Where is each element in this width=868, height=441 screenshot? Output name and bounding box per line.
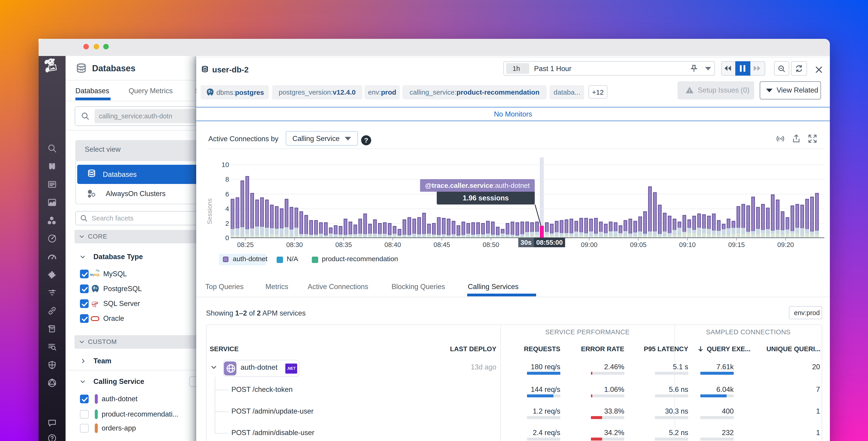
svg-text:09:10: 09:10 <box>679 241 696 248</box>
svg-text:8: 8 <box>225 175 229 183</box>
svg-text:4: 4 <box>225 205 229 212</box>
svg-text:08:40: 08:40 <box>384 241 401 248</box>
svg-text:My: My <box>90 273 94 276</box>
svg-text:SQL.: SQL. <box>94 273 100 276</box>
svg-text:10: 10 <box>222 161 229 168</box>
svg-text:09:00: 09:00 <box>581 241 597 248</box>
svg-text:Sessions: Sessions <box>206 198 213 225</box>
svg-text:0: 0 <box>225 234 229 241</box>
svg-text:08:50: 08:50 <box>483 241 499 248</box>
svg-text:09:05: 09:05 <box>630 241 647 248</box>
svg-text:08:45: 08:45 <box>434 241 450 248</box>
svg-text:2: 2 <box>225 219 229 227</box>
svg-text:08:35: 08:35 <box>335 241 352 248</box>
svg-text:6: 6 <box>225 190 229 198</box>
svg-text:08:25: 08:25 <box>237 241 254 248</box>
svg-text:09:20: 09:20 <box>777 241 794 248</box>
svg-text:08:30: 08:30 <box>286 241 303 248</box>
svg-text:09:15: 09:15 <box>728 241 745 248</box>
